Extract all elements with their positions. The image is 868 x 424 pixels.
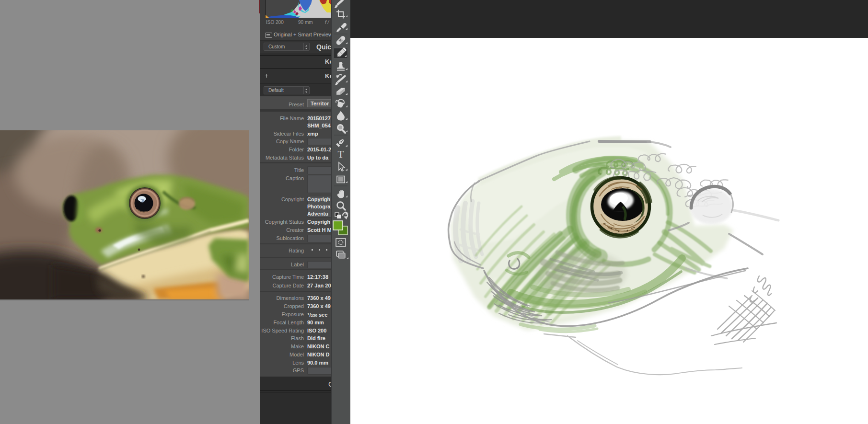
svg-text:T: T: [338, 149, 344, 160]
